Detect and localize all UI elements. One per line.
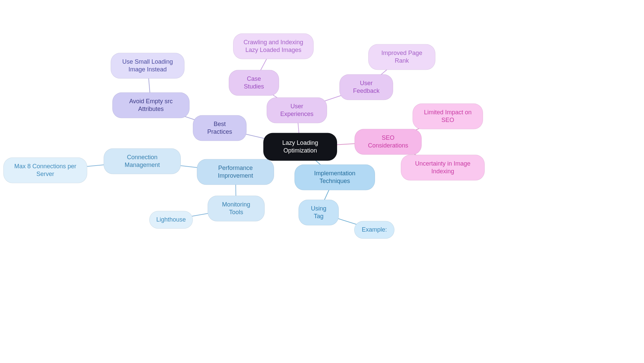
node-monitoring-tools[interactable]: Monitoring Tools	[208, 196, 265, 222]
node-implementation-techniques[interactable]: Implementation Techniques	[294, 165, 375, 190]
node-label: Best Practices	[201, 120, 238, 136]
node-using-tag[interactable]: Using Tag	[299, 200, 339, 226]
node-label: Improved Page Rank	[377, 49, 427, 65]
node-label: Monitoring Tools	[216, 201, 256, 217]
node-performance-improvement[interactable]: Performance Improvement	[197, 159, 274, 185]
node-example[interactable]: Example:	[354, 221, 394, 239]
node-connection-management[interactable]: Connection Management	[104, 148, 181, 174]
node-lighthouse[interactable]: Lighthouse	[149, 211, 193, 229]
node-user-feedback[interactable]: User Feedback	[339, 74, 393, 100]
node-label: Uncertainty in Image Indexing	[409, 160, 476, 176]
node-avoid-empty-src[interactable]: Avoid Empty src Attributes	[112, 93, 190, 118]
node-label: Max 8 Connections per Server	[12, 163, 79, 178]
node-label: Example:	[362, 226, 387, 234]
node-use-small-image[interactable]: Use Small Loading Image Instead	[111, 53, 184, 79]
node-crawling-indexing[interactable]: Crawling and Indexing Lazy Loaded Images	[233, 34, 314, 59]
node-label: Case Studies	[237, 75, 271, 91]
node-limited-impact[interactable]: Limited Impact on SEO	[413, 104, 483, 129]
node-label: Lighthouse	[156, 216, 186, 224]
node-max-connections[interactable]: Max 8 Connections per Server	[3, 158, 87, 183]
node-label: Limited Impact on SEO	[421, 109, 475, 124]
node-label: Connection Management	[112, 154, 172, 169]
root-label: Lazy Loading Optimization	[273, 139, 328, 155]
node-label: SEO Considerations	[363, 134, 413, 150]
node-label: Performance Improvement	[205, 164, 266, 180]
node-best-practices[interactable]: Best Practices	[193, 115, 247, 141]
node-label: Crawling and Indexing Lazy Loaded Images	[241, 39, 305, 54]
node-seo-considerations[interactable]: SEO Considerations	[355, 129, 422, 155]
root-node[interactable]: Lazy Loading Optimization	[263, 133, 337, 161]
node-label: Using Tag	[307, 205, 330, 221]
node-label: Implementation Techniques	[303, 170, 367, 185]
node-label: Use Small Loading Image Instead	[119, 58, 176, 74]
node-case-studies[interactable]: Case Studies	[229, 70, 279, 96]
node-improved-page-rank[interactable]: Improved Page Rank	[368, 44, 435, 70]
node-user-experiences[interactable]: User Experiences	[267, 98, 327, 123]
node-label: User Feedback	[348, 79, 385, 95]
node-uncertainty[interactable]: Uncertainty in Image Indexing	[401, 155, 485, 181]
node-label: User Experiences	[275, 103, 319, 118]
node-label: Avoid Empty src Attributes	[121, 98, 181, 113]
